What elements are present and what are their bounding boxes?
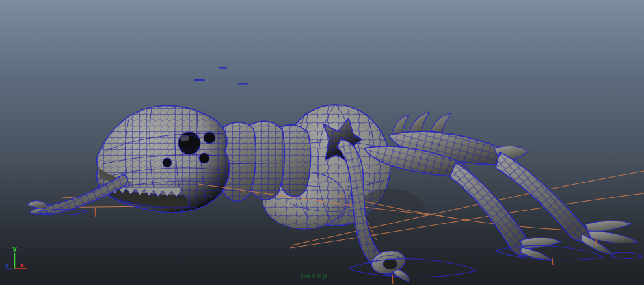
claw bbox=[27, 201, 47, 209]
3d-viewport[interactable]: y x z persp bbox=[0, 0, 644, 285]
locator-dash[interactable] bbox=[219, 67, 227, 69]
eye-small bbox=[199, 153, 209, 163]
viewport-canvas[interactable]: y x z persp bbox=[0, 0, 644, 285]
toe-claw bbox=[393, 269, 409, 282]
axis-z-label: z bbox=[5, 261, 10, 269]
locator-dash[interactable] bbox=[238, 83, 248, 85]
foot-socket bbox=[383, 259, 397, 269]
creature-model[interactable] bbox=[27, 105, 426, 236]
thigh-spike bbox=[410, 112, 429, 133]
axis-y-label: y bbox=[12, 245, 17, 253]
floating-locators[interactable] bbox=[194, 67, 248, 85]
axis-gizmo: y x z bbox=[5, 245, 27, 269]
eye-small bbox=[204, 132, 215, 144]
claw bbox=[520, 238, 561, 249]
thigh-spike bbox=[431, 113, 451, 134]
axis-x-label: x bbox=[20, 261, 25, 269]
camera-label: persp bbox=[301, 271, 327, 280]
head-mesh[interactable] bbox=[97, 105, 230, 213]
eye-small bbox=[163, 158, 172, 167]
locator-dash[interactable] bbox=[194, 79, 205, 81]
